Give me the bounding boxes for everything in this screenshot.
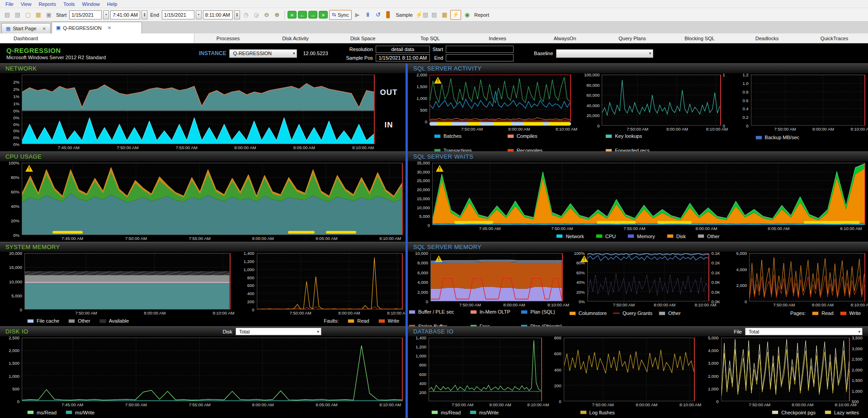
nav-disk-space[interactable]: Disk Space <box>329 33 396 43</box>
legend-swatch <box>99 319 106 323</box>
disk-select[interactable]: Total▾ <box>236 328 321 335</box>
start-time-spinner[interactable]: ▲▼ <box>142 10 147 19</box>
sample-button[interactable]: Sample <box>395 12 414 18</box>
range-start-input[interactable] <box>446 46 514 53</box>
buffer-grants-chart[interactable]: 100%80%60%40%20%0%0.1K0.1K0.1K0.0K0.0K0.… <box>569 253 723 308</box>
end-time-input[interactable]: 8:11:00 AM <box>203 10 233 19</box>
system-memory-chart[interactable]: 20,00015,00010,0005,00007:50:00 AM8:00:0… <box>1 253 231 316</box>
menu-file[interactable]: File <box>2 1 17 7</box>
start-date-input[interactable]: 1/15/2021 <box>69 10 102 19</box>
nav-blocking-sql[interactable]: Blocking SQL <box>666 33 733 43</box>
sample-chart-icon[interactable]: ▊ <box>384 10 393 19</box>
go-back-icon[interactable]: ← <box>298 11 307 19</box>
end-date-dropdown[interactable]: ▾ <box>196 10 202 19</box>
sql-memory-chart[interactable]: 10,0008,0006,0004,0002,00007:50:00 AM8:0… <box>409 253 563 308</box>
key-lookups-chart[interactable]: 100,00080,00060,00040,00020,0000107:50:0… <box>578 75 727 132</box>
open-folder-icon[interactable]: ▦ <box>34 10 43 19</box>
memory-faults-chart[interactable]: 1,4001,2001,00080060040020007:50:00 AM8:… <box>237 253 403 316</box>
zoom-in-icon[interactable]: ⊕ <box>273 10 282 19</box>
nav-top-sql[interactable]: Top SQL <box>396 33 464 43</box>
network-out-chart[interactable]: 2%2%1%1%0% <box>1 75 375 111</box>
legend-swatch <box>569 311 576 315</box>
checkpoint-chart[interactable]: 5,0004,0003,0002,0001,00003,5003,0002,50… <box>701 338 865 408</box>
legend-item: Query Grants <box>613 310 652 316</box>
pause-icon[interactable]: ‖ <box>363 10 373 19</box>
go-forward-icon[interactable]: → <box>308 11 317 19</box>
legend-swatch <box>521 310 528 314</box>
nav-quicktraces[interactable]: QuickTraces <box>801 33 868 43</box>
log-flushes-chart[interactable]: 80060040020007:50:00 AM8:00:00 AM8:10:00… <box>548 338 695 408</box>
legend-swatch <box>605 134 612 138</box>
nav-dashboard[interactable]: Dashboard <box>0 33 194 43</box>
end-time-spinner[interactable]: ▲▼ <box>234 10 240 19</box>
tab-start-page[interactable]: ▦ Start Page✕ <box>1 23 51 33</box>
section-disk-io: DISK IO Disk Total▾ 2,5002,0001,5001,000… <box>0 326 406 418</box>
close-icon[interactable]: ✕ <box>42 26 46 31</box>
sql-waits-chart[interactable]: 35,00030,00025,00020,00015,00010,0005,00… <box>409 163 865 231</box>
sample-pos-value: 1/15/2021 8:11:00 AM <box>376 54 430 61</box>
play-icon[interactable]: ▶ <box>353 10 362 19</box>
nav-processes[interactable]: Processes <box>194 33 262 43</box>
go-first-icon[interactable]: « <box>288 11 297 19</box>
legend-item: Backup MB/sec <box>755 135 799 140</box>
legend-item: File cache <box>27 318 59 324</box>
start-time-input[interactable]: 7:41:00 AM <box>110 10 140 19</box>
refresh-icon[interactable]: ↺ <box>374 10 383 19</box>
history-forward-icon[interactable]: ◶ <box>252 10 261 19</box>
backup-chart[interactable]: 1.21.00.80.60.40.207:50:00 AM8:00:00 AM8… <box>735 75 865 132</box>
end-date-input[interactable]: 1/15/2021 <box>162 10 194 19</box>
nav-indexes[interactable]: Indexes <box>464 33 531 43</box>
new-icon[interactable]: ▢ <box>24 10 33 19</box>
save-icon[interactable]: ▣ <box>44 10 53 19</box>
legend-item: ms/Write <box>470 410 499 415</box>
sync-button[interactable]: ⇆Sync <box>329 10 352 20</box>
menu-tools[interactable]: Tools <box>60 1 79 7</box>
lightning-button[interactable]: ⚡ <box>450 10 461 20</box>
print-icon[interactable]: ▤ <box>13 10 22 19</box>
legend-swatch <box>27 410 34 414</box>
close-icon[interactable]: ✕ <box>108 25 111 30</box>
report-button[interactable]: Report <box>473 12 491 18</box>
server-icon: ▣ <box>56 25 61 31</box>
nav-query-plans[interactable]: Query Plans <box>599 33 666 43</box>
go-last-icon[interactable]: » <box>319 11 328 19</box>
database-io-ms-chart[interactable]: 1,4001,2001,0008006004002007:50:00 AM8:0… <box>409 338 542 408</box>
page-nav: Dashboard Processes Disk Activity Disk S… <box>0 33 868 43</box>
pages-chart[interactable]: 6,0004,0002,00007:50:00 AM8:00:00 AM8:10… <box>729 253 865 308</box>
section-cpu: CPU USAGE ! 100%80%60%40%20%0%7:45:00 AM… <box>0 151 406 242</box>
nav-alwayson[interactable]: AlwaysOn <box>531 33 599 43</box>
range-end-input[interactable] <box>446 54 514 61</box>
section-sql-waits: SQL SERVER WAITS ! 35,00030,00025,00020,… <box>408 151 868 242</box>
nav-deadlocks[interactable]: Deadlocks <box>733 33 801 43</box>
copy-pages-icon[interactable]: ▤ <box>429 10 439 19</box>
resolution-label: Resolution <box>346 47 373 52</box>
nav-disk-activity[interactable]: Disk Activity <box>262 33 329 43</box>
baseline-select[interactable]: ▾ <box>556 49 653 58</box>
legend-item: Key lookups <box>605 133 727 139</box>
cpu-chart[interactable]: 100%80%60%40%20%0%7:45:00 AM7:50:00 AM7:… <box>1 163 403 241</box>
tab-instance[interactable]: ▣ Q-REGRESSION✕ <box>52 22 142 33</box>
zoom-out-icon[interactable]: ⊖ <box>262 10 271 19</box>
report-icon[interactable]: ◉ <box>462 10 472 19</box>
quick-trace-icon[interactable]: ⚡▤ <box>415 10 429 19</box>
legend-item: ms/Read <box>27 410 57 415</box>
legend-item: Network <box>556 234 584 239</box>
start-date-dropdown[interactable]: ▾ <box>103 10 109 19</box>
legend-swatch <box>434 134 441 138</box>
menu-reports[interactable]: Reports <box>35 1 60 7</box>
menu-window[interactable]: Window <box>79 1 104 7</box>
sql-activity-chart[interactable]: 2,0001,5001,00050007:50:00 AM8:00:00 AM8… <box>409 75 571 132</box>
legend-swatch <box>470 410 476 414</box>
legend-swatch <box>66 410 72 414</box>
history-back-icon[interactable]: ◷ <box>241 10 250 19</box>
network-in-chart[interactable]: 0%0%0%0%0%7:45:00 AM7:50:00 AM7:55:00 AM… <box>1 111 375 150</box>
menu-view[interactable]: View <box>17 1 35 7</box>
instance-select[interactable]: Q-REGRESSION▾ <box>229 49 297 58</box>
grid-export-icon[interactable]: ▦ <box>440 10 449 19</box>
file-select[interactable]: Total▾ <box>745 328 863 335</box>
print-preview-icon[interactable]: ▤ <box>3 10 12 19</box>
legend-item: Forwarded recs <box>605 148 727 151</box>
disk-io-chart[interactable]: 2,5002,0001,5001,00050007:45:00 AM7:50:0… <box>1 338 403 408</box>
menu-help[interactable]: Help <box>104 1 121 7</box>
legend-swatch <box>580 410 587 414</box>
